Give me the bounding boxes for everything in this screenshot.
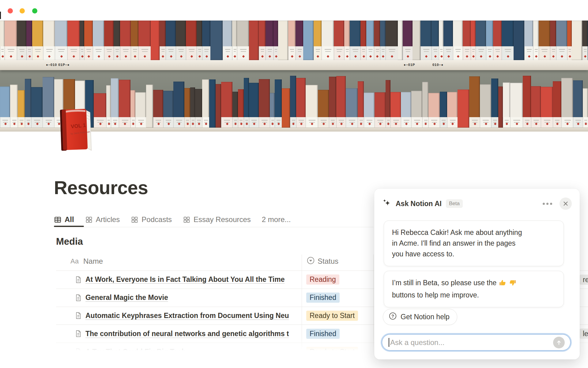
status-badge[interactable]: Reading [306,274,339,285]
shelf-label: ●–01P [404,63,415,67]
tab-essay-resources[interactable]: Essay Resources [183,215,251,224]
book-spine [541,87,553,128]
book-spine [463,21,471,60]
book-spine [413,21,420,60]
book-spine [282,88,290,128]
book-spine [491,79,498,128]
book-spine [202,21,210,60]
row-title-link[interactable]: General Magic the Movie [85,293,168,302]
book-spine [296,21,303,60]
book-spine [209,79,216,128]
book-spine [153,90,163,128]
book-spine [106,85,111,128]
notion-window: ●–010 01P–● ●–01P 010–● VOL 1 by Jane Ro… [0,0,588,368]
book-spine [275,79,282,128]
table-icon [54,216,62,224]
book-spine [498,86,503,128]
book-spine [366,21,374,60]
book-spine [55,21,67,60]
book-spine [458,90,469,128]
book-spine [523,76,531,128]
book-spine [443,21,453,60]
book-spine [237,21,249,60]
tab-all[interactable]: All [54,215,74,224]
book-spine [151,21,160,60]
book-spine [10,85,18,128]
help-button-label: Get Notion help [401,313,450,321]
book-spine [296,78,306,128]
shelf-label: 010–● [432,63,443,67]
gallery-icon [183,216,190,224]
book-spine [329,77,336,128]
gallery-icon [131,216,138,224]
book-spine [43,77,54,128]
book-spine [480,84,491,128]
side-tag-badge[interactable]: re [580,274,588,285]
tab-label: Articles [96,215,120,224]
book-spine [471,21,476,60]
book-spine [202,79,209,128]
book-spine [0,86,10,128]
book-spine [524,21,533,60]
close-icon [563,201,569,207]
book-spine [561,78,573,128]
book-spine [138,21,151,60]
book-spine [93,21,104,60]
book-spine [249,83,259,128]
status-badge[interactable]: Ready to Start [306,311,358,321]
book-spine [195,89,202,128]
book-spine [216,84,221,128]
screen-edge-artifact [0,12,1,19]
book-spine [440,92,447,128]
book-spine [550,21,556,60]
book-spine [403,21,413,60]
tabs-divider [54,227,373,227]
book-spine [25,79,31,128]
traffic-light-close[interactable] [8,8,13,13]
message-line: buttons to help me improve. [392,290,556,301]
book-spine [439,21,443,60]
book-spine [67,21,80,60]
send-button[interactable] [553,337,565,348]
tabs-overflow-button[interactable]: 2 more... [262,215,291,224]
book-spine [176,21,186,60]
ask-question-input[interactable] [382,334,571,351]
message-line: I’m still in Beta, so please use the [392,278,556,290]
book-spine [130,90,135,128]
bookshelf-top-row [0,21,588,60]
page-icon [74,312,82,320]
close-button[interactable] [560,197,572,210]
traffic-light-zoom[interactable] [32,8,37,13]
tab-articles[interactable]: Articles [85,215,120,224]
status-badge[interactable]: Finished [306,293,340,303]
book-spine [380,21,386,60]
book-spine [401,92,411,128]
book-spine [344,21,350,60]
get-notion-help-button[interactable]: ? Get Notion help [383,309,457,325]
book-spine [306,85,318,128]
book-spine [314,21,322,60]
book-spine [104,21,114,60]
book-spine [582,21,588,60]
book-spine [364,93,375,128]
sparkles-icon [382,198,391,209]
book-spine [18,90,25,128]
more-options-button[interactable] [542,201,553,207]
book-spine [221,82,232,128]
column-header-name[interactable]: Name [83,257,103,266]
column-header-status[interactable]: Status [318,257,338,266]
book-spine [375,92,386,128]
book-spine [476,21,486,60]
row-title-link[interactable]: Automatic Keyphrases Extraction from Doc… [85,312,289,320]
text-caret [389,338,389,347]
traffic-light-minimize[interactable] [20,8,25,13]
book-spine [163,91,173,128]
page-emoji-red-book-icon[interactable]: VOL 1 by Jane Robinson [58,108,94,153]
book-spine [135,92,146,128]
tab-podcasts[interactable]: Podcasts [131,215,172,224]
book-spine [131,21,138,60]
thumbs-up-icon [499,279,507,290]
row-title-link[interactable]: At Work, Everyone Is in Fact Talking Abo… [85,275,285,284]
book-spine [469,76,480,128]
book-spine [238,89,244,128]
